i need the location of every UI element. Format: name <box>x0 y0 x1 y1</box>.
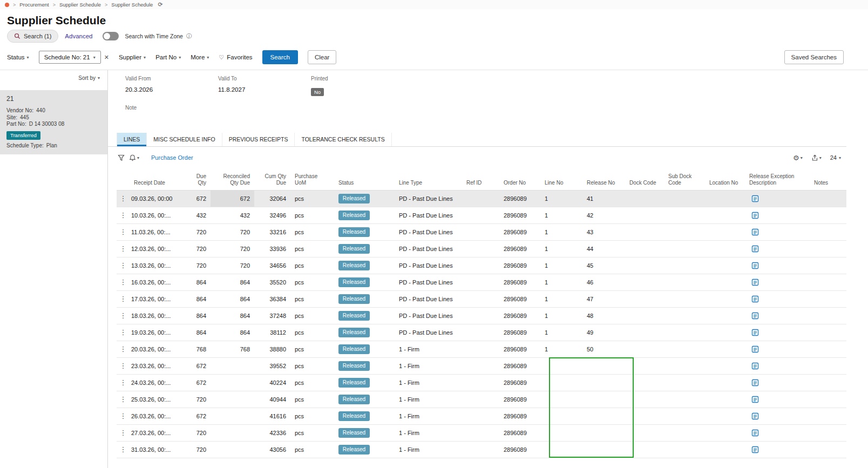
kebab-icon[interactable]: ⋮ <box>120 245 127 253</box>
cell-location-no[interactable] <box>705 324 745 341</box>
cell-line-type[interactable]: PD - Past Due Lines <box>395 324 462 341</box>
cell-purchase-uom[interactable]: pcs <box>290 341 334 357</box>
kebab-icon[interactable]: ⋮ <box>120 228 127 236</box>
search-button[interactable]: Search <box>262 50 298 64</box>
cell-notes[interactable] <box>810 324 846 341</box>
cell-line-no[interactable] <box>540 424 582 441</box>
purchase-order-link[interactable]: Purchase Order <box>151 154 193 161</box>
cell-release-no[interactable] <box>582 391 625 408</box>
column-header-line-type[interactable]: Line Type <box>395 168 462 190</box>
column-header-reconciled-qty-due[interactable]: Reconciled Qty Due <box>211 168 254 190</box>
cell-release-exception-description[interactable] <box>745 223 810 240</box>
cell-location-no[interactable] <box>705 274 745 290</box>
cell-line-no[interactable]: 1 <box>540 240 582 257</box>
saved-searches-button[interactable]: Saved Searches <box>784 50 844 64</box>
cell-reconciled-qty-due[interactable]: 864 <box>211 290 254 307</box>
cell-release-no[interactable]: 41 <box>582 190 625 207</box>
row-menu-cell[interactable]: ⋮ <box>117 391 130 408</box>
release-exception-icon[interactable] <box>751 396 759 403</box>
cell-order-no[interactable]: 2896089 <box>499 341 540 357</box>
cell-receipt-date[interactable]: 12.03.26, 00:... <box>130 240 186 257</box>
tab-misc-schedule-info[interactable]: MISC SCHEDULE INFO <box>147 133 222 146</box>
cell-purchase-uom[interactable]: pcs <box>290 424 334 441</box>
cell-cum-qty-due[interactable]: 33216 <box>254 223 290 240</box>
app-logo-icon[interactable] <box>5 3 9 7</box>
page-size-dropdown[interactable]: 24▾ <box>830 154 841 161</box>
cell-release-exception-description[interactable] <box>745 257 810 274</box>
breadcrumb-item-supplier-schedule[interactable]: Supplier Schedule <box>59 2 101 8</box>
cell-location-no[interactable] <box>705 190 745 207</box>
cell-notes[interactable] <box>810 357 846 374</box>
cell-line-type[interactable]: PD - Past Due Lines <box>395 307 462 324</box>
cell-release-no[interactable]: 47 <box>582 290 625 307</box>
tab-tolerance-check-results[interactable]: TOLERANCE CHECK RESULTS <box>295 133 391 146</box>
cell-sub-dock-code[interactable] <box>664 441 705 458</box>
cell-release-exception-description[interactable] <box>745 290 810 307</box>
cell-location-no[interactable] <box>705 307 745 324</box>
cell-receipt-date[interactable]: 26.03.26, 00:... <box>130 408 186 424</box>
timezone-toggle[interactable] <box>103 32 119 40</box>
cell-status[interactable]: Released <box>334 307 395 324</box>
cell-notes[interactable] <box>810 341 846 357</box>
column-header-ref-id[interactable]: Ref ID <box>462 168 499 190</box>
table-row[interactable]: ⋮26.03.26, 00:...67241616pcsReleased1 - … <box>117 408 846 424</box>
table-settings-dropdown[interactable]: ⚙▾ <box>793 154 803 162</box>
release-exception-icon[interactable] <box>751 345 759 353</box>
column-header-location-no[interactable]: Location No <box>705 168 745 190</box>
cell-line-no[interactable] <box>540 374 582 391</box>
cell-release-no[interactable]: 49 <box>582 324 625 341</box>
cell-receipt-date[interactable]: 10.03.26, 00:... <box>130 207 186 223</box>
cell-release-exception-description[interactable] <box>745 341 810 357</box>
cell-ref-id[interactable] <box>462 391 499 408</box>
cell-order-no[interactable]: 2896089 <box>499 307 540 324</box>
cell-ref-id[interactable] <box>462 207 499 223</box>
column-header-purchase-uom[interactable]: Purchase UoM <box>290 168 334 190</box>
cell-reconciled-qty-due[interactable]: 864 <box>211 324 254 341</box>
cell-line-no[interactable]: 1 <box>540 190 582 207</box>
cell-order-no[interactable]: 2896089 <box>499 324 540 341</box>
cell-release-exception-description[interactable] <box>745 357 810 374</box>
cell-sub-dock-code[interactable] <box>664 274 705 290</box>
kebab-icon[interactable]: ⋮ <box>120 194 127 202</box>
cell-release-exception-description[interactable] <box>745 441 810 458</box>
cell-cum-qty-due[interactable]: 37248 <box>254 307 290 324</box>
cell-release-no[interactable] <box>582 424 625 441</box>
cell-cum-qty-due[interactable]: 35520 <box>254 274 290 290</box>
table-row[interactable]: ⋮25.03.26, 00:...72040944pcsReleased1 - … <box>117 391 846 408</box>
cell-purchase-uom[interactable]: pcs <box>290 240 334 257</box>
favorites-button[interactable]: ♡Favorites <box>219 54 252 61</box>
cell-due-qty[interactable]: 864 <box>186 290 211 307</box>
cell-ref-id[interactable] <box>462 257 499 274</box>
cell-sub-dock-code[interactable] <box>664 290 705 307</box>
table-row[interactable]: ⋮13.03.26, 00:...72072034656pcsReleasedP… <box>117 257 846 274</box>
cell-order-no[interactable]: 2896089 <box>499 424 540 441</box>
column-header-line-no[interactable]: Line No <box>540 168 582 190</box>
cell-line-no[interactable] <box>540 408 582 424</box>
cell-receipt-date[interactable]: 24.03.26, 00:... <box>130 374 186 391</box>
column-header-sub-dock-code[interactable]: Sub Dock Code <box>664 168 705 190</box>
kebab-icon[interactable]: ⋮ <box>120 211 127 219</box>
release-exception-icon[interactable] <box>751 379 759 386</box>
cell-line-type[interactable]: 1 - Firm <box>395 441 462 458</box>
release-exception-icon[interactable] <box>751 279 759 286</box>
cell-location-no[interactable] <box>705 207 745 223</box>
cell-receipt-date[interactable]: 19.03.26, 00:... <box>130 324 186 341</box>
kebab-icon[interactable]: ⋮ <box>120 345 127 353</box>
cell-cum-qty-due[interactable]: 32064 <box>254 190 290 207</box>
cell-ref-id[interactable] <box>462 408 499 424</box>
cell-line-no[interactable]: 1 <box>540 207 582 223</box>
table-row[interactable]: ⋮19.03.26, 00:...86486438112pcsReleasedP… <box>117 324 846 341</box>
cell-line-no[interactable]: 1 <box>540 307 582 324</box>
table-row[interactable]: ⋮18.03.26, 00:...86486437248pcsReleasedP… <box>117 307 846 324</box>
row-menu-cell[interactable]: ⋮ <box>117 190 130 207</box>
cell-cum-qty-due[interactable]: 42336 <box>254 424 290 441</box>
cell-notes[interactable] <box>810 307 846 324</box>
cell-reconciled-qty-due[interactable] <box>211 441 254 458</box>
cell-ref-id[interactable] <box>462 290 499 307</box>
table-row[interactable]: ⋮11.03.26, 00:...72072033216pcsReleasedP… <box>117 223 846 240</box>
cell-cum-qty-due[interactable]: 40224 <box>254 374 290 391</box>
release-exception-icon[interactable] <box>751 228 759 236</box>
cell-dock-code[interactable] <box>625 324 664 341</box>
cell-receipt-date[interactable]: 16.03.26, 00:... <box>130 274 186 290</box>
row-menu-cell[interactable]: ⋮ <box>117 341 130 357</box>
